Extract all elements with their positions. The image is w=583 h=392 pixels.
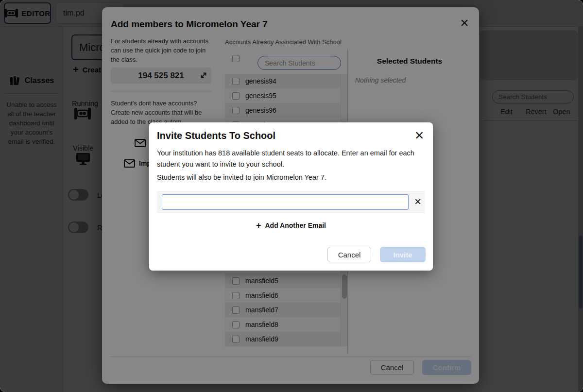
invite-submit-button[interactable]: Invite [380, 247, 426, 262]
invite-cancel-button[interactable]: Cancel [327, 247, 371, 262]
email-entry-row: × [157, 191, 425, 213]
invite-body-text: Your institution has 818 available stude… [157, 148, 425, 170]
invite-students-modal: Invite Students To School × Your institu… [149, 122, 433, 271]
remove-email-icon[interactable]: × [412, 195, 424, 208]
plus-icon: + [256, 221, 261, 231]
invite-modal-title: Invite Students To School [157, 130, 275, 141]
app-window: EDITOR tim.pd Classes Unable to access a… [0, 0, 583, 392]
email-input[interactable] [162, 194, 409, 210]
add-another-email-button[interactable]: + Add Another Email [149, 220, 433, 231]
invite-body-text-2: Students will also be invited to join Mi… [157, 173, 425, 181]
close-icon[interactable]: × [412, 127, 427, 143]
add-another-email-label: Add Another Email [265, 222, 326, 229]
